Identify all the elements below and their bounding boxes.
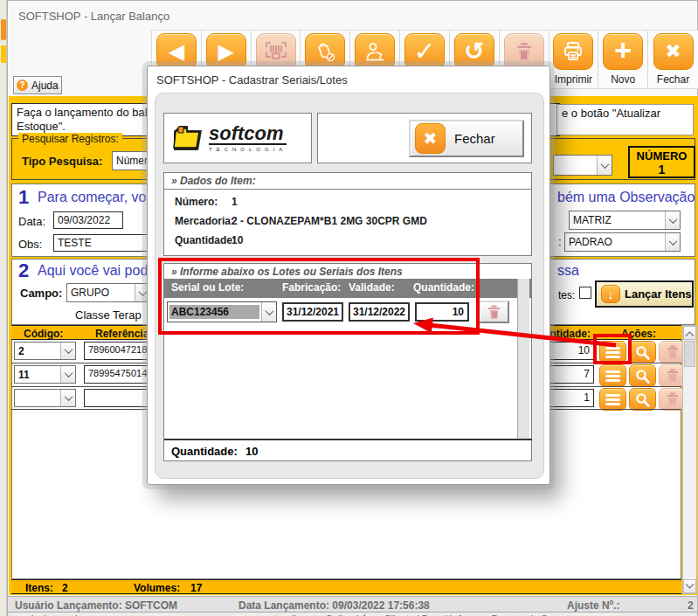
serial-total-label: Quantidade: (171, 445, 238, 458)
footer-links: tecnologia.com.br atendimento Online | Á… (8, 612, 697, 616)
row1-serial-list-button[interactable] (599, 341, 626, 363)
mercadoria-value: 2 - CLONAZEPAM*B1 2MG 30CPR GMD (232, 215, 427, 227)
window-title: SOFTSHOP - Lançar Balanço (18, 10, 169, 23)
col-validade: Validade: (349, 281, 395, 294)
status-data-lancamento: Data Lançamento: 09/03/2022 17:56:38 (238, 599, 430, 612)
itens-label: Itens: (25, 582, 53, 594)
mercadoria-label: Mercadoria: (175, 215, 234, 227)
logo-box: softcom TECNOLOGIA (163, 113, 312, 163)
fechar-box: ✖ Fechar (317, 113, 532, 163)
serial-total-row: Quantidade: 10 (164, 439, 532, 461)
right-arrow-icon: ▶ (218, 41, 233, 62)
row2-search-button[interactable] (629, 364, 656, 387)
serial-list-scrollbar[interactable] (517, 279, 529, 440)
volumes-value: 17 (190, 582, 202, 594)
hand-block-icon (313, 39, 337, 64)
chevron-down-icon[interactable] (261, 302, 276, 322)
numero-item-label: Número: (175, 196, 218, 208)
instruction-text-right: e o botão "Atualizar (556, 104, 694, 135)
quantidade-serial-field[interactable]: 10 (415, 302, 469, 322)
down-arrow-icon: ↓ (601, 285, 620, 303)
background-icon-fragment (1, 19, 6, 40)
help-label: Ajuda (31, 80, 59, 92)
step1-number: 1 (18, 186, 29, 209)
scroll-thumb[interactable] (684, 341, 695, 367)
col-referencia: Referência: (95, 328, 152, 340)
toolbar-close-label: Fechar (657, 73, 689, 86)
informe-lotes-box: » Informe abaixo os Lotes ou Seriais dos… (163, 263, 532, 461)
softcom-folder-icon (170, 122, 205, 154)
toolbar-print-button[interactable]: Imprimir (549, 31, 599, 88)
toolbar-new-button[interactable]: + Novo (598, 31, 648, 88)
trash-icon (667, 369, 679, 383)
inexistentes-checkbox[interactable] (579, 287, 591, 299)
padrao-label-fragment: : (558, 235, 562, 248)
chevron-down-icon[interactable] (597, 156, 612, 175)
serial-combo[interactable]: ABC123456 (167, 301, 277, 322)
seriais-dialog: SOFTSHOP - Cadastrar Seriais/Lotes softc… (147, 66, 550, 485)
chevron-down-icon[interactable] (60, 343, 75, 359)
padrao-combo[interactable]: PADRAO (564, 232, 681, 252)
search-value-combo[interactable] (553, 155, 612, 176)
toolbar-new-label: Novo (611, 73, 635, 86)
row3-search-button[interactable] (629, 388, 656, 411)
lancar-itens-button[interactable]: ↓ Lançar Itens (595, 280, 694, 308)
scroll-up-button[interactable] (683, 326, 696, 340)
toolbar-print-label: Imprimir (555, 73, 592, 86)
row2-serial-list-button[interactable] (599, 364, 626, 387)
step2-title: Aqui você vai pode (38, 263, 155, 279)
row2-codigo-combo[interactable]: 11 (14, 365, 76, 384)
obs-field[interactable]: TESTE (53, 234, 151, 252)
screen: { "window": { "title": "SOFTSHOP - Lança… (0, 0, 698, 616)
background-icon-fragment2 (1, 45, 6, 63)
totals-bar: Itens: 2 Volumes: 17 (11, 579, 681, 594)
step2-number: 2 (18, 260, 29, 282)
status-ajuste-label: Ajuste Nº.: (567, 599, 619, 612)
col-quantidade-serial: Quantidade: (413, 281, 474, 294)
data-field[interactable]: 09/03/2022 (53, 211, 123, 229)
help-button[interactable]: ? Ajuda (13, 76, 62, 94)
close-x-icon: ✖ (415, 123, 446, 154)
chevron-down-icon[interactable] (665, 211, 680, 229)
toolbar-close-button[interactable]: ✖ Fechar (648, 31, 698, 88)
row3-serial-list-button[interactable] (599, 388, 626, 411)
scroll-down-button[interactable] (683, 579, 696, 593)
campo-combo[interactable]: GRUPO (66, 283, 150, 302)
numero-value: 1 (630, 163, 694, 176)
dados-item-box: » Dados do Item: Número: 1 Mercadoria: 2… (163, 172, 532, 256)
status-bar: Usuário Lançamento: SOFTCOM Data Lançame… (8, 596, 697, 613)
col-serial-lote: Serial ou Lote: (171, 281, 244, 294)
close-icon: ✖ (665, 42, 681, 61)
barcode-scanner-icon (264, 41, 288, 62)
itens-value: 2 (62, 582, 68, 594)
chevron-down-icon[interactable] (60, 366, 75, 383)
printer-icon (562, 40, 584, 63)
chevron-down-icon[interactable] (665, 233, 680, 251)
matriz-combo[interactable]: MATRIZ (569, 211, 681, 230)
undo-icon: ↺ (464, 39, 484, 64)
list-scrollbar[interactable] (682, 325, 697, 594)
serial-total-value: 10 (245, 445, 258, 458)
chevron-down-icon[interactable] (60, 390, 75, 406)
numero-item-value: 1 (232, 196, 238, 208)
validade-field[interactable]: 31/12/2022 (349, 302, 410, 322)
lancar-itens-label: Lançar Itens (625, 287, 692, 301)
status-usuario: Usuário Lançamento: SOFTCOM (15, 599, 177, 612)
magnifier-icon (635, 345, 650, 360)
serial-delete-button (478, 301, 509, 323)
row1-search-button[interactable] (629, 341, 656, 363)
background-window-sliver (0, 0, 7, 616)
magnifier-icon (635, 369, 650, 384)
step2-title-right: ssa (557, 263, 579, 279)
numero-indicator: NÚMERO 1 (628, 146, 695, 178)
dialog-fechar-label: Fechar (454, 131, 495, 146)
row1-codigo-combo[interactable]: 2 (14, 342, 76, 360)
inexistentes-label-fragment: tes: (558, 289, 575, 301)
volumes-label: Volumes: (134, 582, 180, 594)
col-codigo: Código: (24, 328, 63, 340)
trash-icon (667, 392, 679, 406)
row3-codigo-combo[interactable] (14, 389, 76, 407)
fabricacao-field[interactable]: 31/12/2021 (282, 302, 343, 322)
dialog-fechar-button[interactable]: ✖ Fechar (409, 120, 524, 157)
serial-table-header: Serial ou Lote: Fabricação: Validade: Qu… (164, 279, 532, 298)
